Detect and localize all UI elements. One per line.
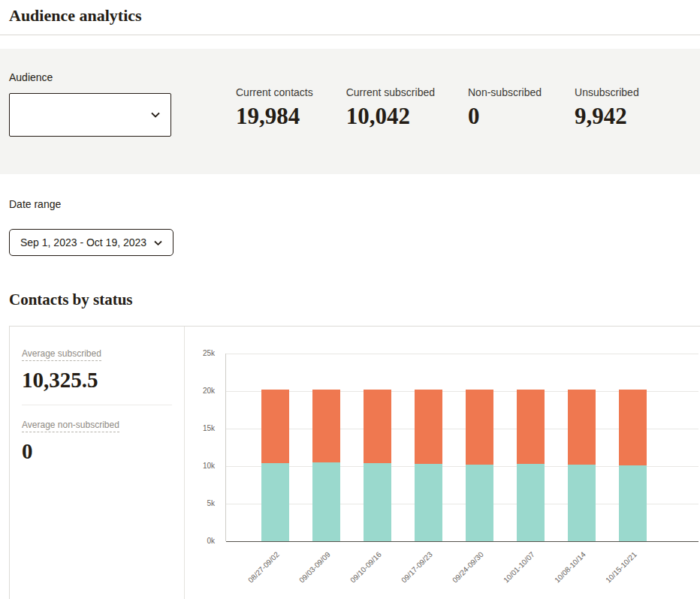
y-axis-label: 0k [185, 537, 221, 545]
date-range-value: Sep 1, 2023 - Oct 19, 2023 [20, 236, 146, 248]
chart-plot [225, 354, 698, 541]
metric-divider [22, 405, 172, 405]
page-title: Audience analytics [9, 6, 691, 26]
bar-segment-unsubscribed[interactable] [364, 390, 391, 463]
stat-label: Current subscribed [346, 86, 435, 98]
contacts-by-status-card: Average subscribed 10,325.5 Average non-… [9, 326, 700, 599]
bar-segment-unsubscribed[interactable] [312, 390, 340, 462]
stat-label: Non-subscribed [468, 86, 542, 98]
stats-row: Current contacts 19,984 Current subscrib… [236, 71, 639, 130]
stat-unsubscribed: Unsubscribed 9,942 [575, 86, 639, 130]
stat-value: 19,984 [236, 103, 313, 130]
metric-average-non-subscribed-value: 0 [22, 439, 172, 464]
audience-band: Audience Current contacts 19,984 Current… [0, 49, 700, 174]
audience-label: Audience [9, 71, 171, 83]
section-title: Contacts by status [9, 290, 691, 309]
stat-label: Unsubscribed [575, 86, 639, 98]
chevron-down-icon [151, 112, 160, 118]
stat-label: Current contacts [236, 86, 313, 98]
bar-segment-subscribed[interactable] [364, 463, 391, 541]
bar-segment-unsubscribed[interactable] [415, 390, 442, 464]
bar-segment-unsubscribed[interactable] [261, 390, 289, 463]
y-axis-label: 25k [185, 349, 221, 357]
metric-average-subscribed-value: 10,325.5 [22, 368, 172, 393]
date-range-button[interactable]: Sep 1, 2023 - Oct 19, 2023 [9, 229, 173, 256]
gridline [226, 354, 698, 354]
bar-segment-subscribed[interactable] [517, 464, 545, 541]
y-axis-label: 10k [185, 462, 221, 470]
y-axis-label: 5k [185, 499, 221, 507]
x-axis-labels: 08/27-09/0209/03-09/0909/10-09/1609/17-0… [225, 543, 698, 597]
stat-non-subscribed: Non-subscribed 0 [468, 86, 542, 130]
x-axis-label: 08/27-09/02 [216, 550, 281, 599]
stat-current-contacts: Current contacts 19,984 [236, 86, 313, 130]
bar-segment-unsubscribed[interactable] [517, 390, 545, 464]
bar-segment-unsubscribed[interactable] [568, 390, 596, 465]
bar-segment-unsubscribed[interactable] [619, 390, 647, 465]
stat-value: 9,942 [575, 103, 639, 130]
chart-panel: 0k5k10k15k20k25k 08/27-09/0209/03-09/090… [185, 327, 700, 599]
gridline [226, 541, 698, 542]
bar-segment-subscribed[interactable] [619, 465, 647, 541]
bar-segment-subscribed[interactable] [415, 464, 442, 541]
audience-select[interactable] [9, 93, 171, 137]
stat-value: 10,042 [346, 103, 435, 130]
stat-current-subscribed: Current subscribed 10,042 [346, 86, 435, 130]
metric-average-non-subscribed-label[interactable]: Average non-subscribed [22, 420, 119, 432]
metrics-panel: Average subscribed 10,325.5 Average non-… [10, 327, 185, 599]
bar-segment-unsubscribed[interactable] [466, 390, 493, 465]
bar-segment-subscribed[interactable] [466, 465, 493, 541]
date-range-label: Date range [9, 198, 691, 210]
chevron-down-icon [154, 240, 162, 245]
metric-average-subscribed-label[interactable]: Average subscribed [22, 348, 101, 361]
stat-value: 0 [468, 103, 542, 130]
bar-segment-subscribed[interactable] [568, 465, 596, 541]
y-axis-labels: 0k5k10k15k20k25k [185, 354, 221, 541]
y-axis-label: 15k [185, 424, 221, 432]
date-range-section: Date range Sep 1, 2023 - Oct 19, 2023 [9, 198, 691, 256]
bar-segment-subscribed[interactable] [261, 463, 289, 541]
bar-segment-subscribed[interactable] [312, 462, 340, 541]
y-axis-label: 20k [185, 387, 221, 395]
page-header: Audience analytics [0, 0, 700, 35]
